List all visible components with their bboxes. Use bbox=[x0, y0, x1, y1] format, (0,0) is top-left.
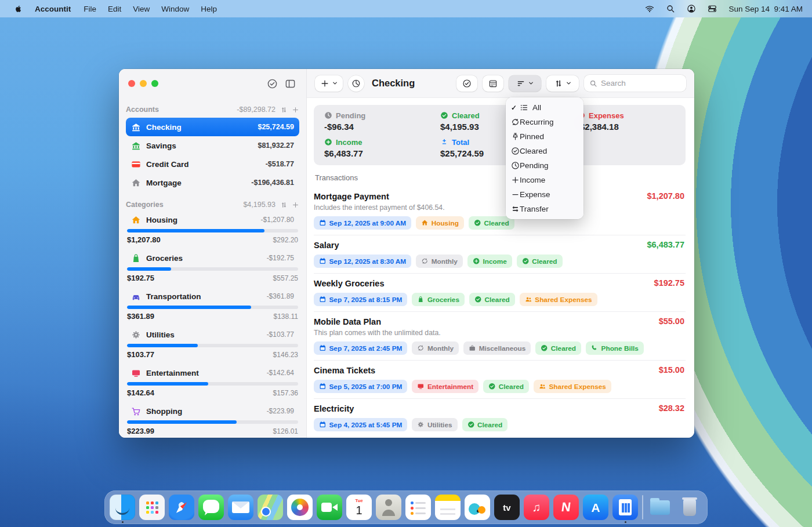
add-transaction-button[interactable] bbox=[315, 75, 343, 92]
tag-label: Shared Expenses bbox=[535, 296, 592, 304]
house-icon bbox=[131, 178, 141, 188]
check-circle-icon bbox=[522, 257, 530, 265]
transaction-row[interactable]: Mobile Data Plan This plan comes with th… bbox=[314, 311, 686, 360]
filter-menu-item[interactable]: Expense bbox=[506, 187, 583, 202]
transaction-tag: Sep 12, 2025 at 9:00 AM bbox=[314, 216, 411, 230]
accounts-list: Checking $25,724.59 Savings $81,932.27 C… bbox=[126, 118, 299, 192]
spotlight-search-icon[interactable] bbox=[662, 3, 679, 14]
account-row[interactable]: Mortgage -$196,436.81 bbox=[126, 173, 299, 192]
transaction-row[interactable]: Weekly Groceries $192.75 Sep 7, 2025 at … bbox=[314, 273, 686, 311]
dock-photos[interactable] bbox=[287, 495, 313, 520]
sort-accounts-icon[interactable] bbox=[280, 106, 288, 114]
dock-maps[interactable] bbox=[258, 495, 283, 520]
dock-contacts[interactable] bbox=[376, 495, 401, 520]
filter-menu-item[interactable]: Income bbox=[506, 173, 583, 187]
filter-menu-item[interactable]: ✓ All bbox=[506, 100, 583, 115]
close-button[interactable] bbox=[128, 80, 135, 87]
filter-menu-item[interactable]: Transfer bbox=[506, 202, 583, 216]
account-row[interactable]: Checking $25,724.59 bbox=[126, 118, 299, 136]
transaction-row[interactable]: Cinema Tickets $15.00 Sep 5, 2025 at 7:0… bbox=[314, 360, 686, 398]
minimize-button[interactable] bbox=[140, 80, 147, 87]
dock-finder[interactable] bbox=[110, 495, 135, 520]
tag-label: Monthly bbox=[432, 257, 458, 266]
filter-menu-item[interactable]: Recurring bbox=[506, 115, 583, 129]
category-row[interactable]: Entertainment -$142.64 $142.64 $157.36 bbox=[126, 364, 299, 402]
tag-label: Income bbox=[483, 257, 506, 266]
transaction-title: Electricity bbox=[314, 404, 686, 414]
tag-label: Cleared bbox=[551, 344, 576, 352]
filter-menu-item[interactable]: Pinned bbox=[506, 129, 583, 144]
running-indicator bbox=[122, 521, 124, 523]
menu-item[interactable]: Window bbox=[155, 3, 195, 15]
transaction-tag: Monthly bbox=[412, 341, 459, 355]
add-account-icon[interactable] bbox=[292, 106, 299, 114]
account-balance: $81,932.27 bbox=[258, 141, 294, 150]
dock-appstore[interactable]: A bbox=[583, 495, 608, 520]
control-center-icon[interactable] bbox=[704, 3, 720, 14]
sort-categories-icon[interactable] bbox=[280, 201, 288, 209]
account-row[interactable]: Savings $81,932.27 bbox=[126, 136, 299, 155]
account-row[interactable]: Credit Card -$518.77 bbox=[126, 155, 299, 173]
menu-item[interactable]: View bbox=[127, 3, 155, 15]
zoom-button[interactable] bbox=[151, 80, 158, 87]
menu-clock[interactable]: Sun Sep 14 9:41 AM bbox=[725, 5, 803, 13]
filter-icon bbox=[516, 79, 525, 88]
transaction-row[interactable]: Salary $6,483.77 Sep 12, 2025 at 8:30 AM bbox=[314, 235, 686, 273]
sidebar: Accounts -$89,298.72 Checking $25,724.59… bbox=[119, 98, 307, 438]
menu-item[interactable]: Help bbox=[195, 3, 223, 15]
filter-menu-item-label: Recurring bbox=[520, 118, 532, 126]
dock-music[interactable]: ♫ bbox=[524, 495, 549, 520]
menu-item[interactable]: Edit bbox=[102, 3, 127, 15]
account-name: Mortgage bbox=[146, 179, 182, 187]
dock-facetime[interactable] bbox=[317, 495, 342, 520]
dock-reminders[interactable] bbox=[405, 495, 431, 520]
history-button[interactable] bbox=[348, 75, 364, 92]
wifi-icon[interactable] bbox=[641, 3, 658, 14]
dock-launchpad[interactable] bbox=[139, 495, 165, 520]
dock-calendar[interactable]: Tue 1 bbox=[346, 495, 372, 520]
search-input[interactable] bbox=[601, 79, 681, 88]
add-category-icon[interactable] bbox=[292, 201, 299, 209]
transaction-amount: $15.00 bbox=[659, 365, 684, 375]
people-icon bbox=[539, 383, 546, 390]
category-row[interactable]: Transportation -$361.89 $361.89 $138.11 bbox=[126, 287, 299, 325]
tag-label: Sep 4, 2025 at 5:45 PM bbox=[329, 421, 403, 429]
transaction-tag: Cleared bbox=[517, 255, 563, 268]
dock-trash[interactable] bbox=[677, 495, 702, 520]
category-row[interactable]: Housing -$1,207.80 $1,207.80 $292.20 bbox=[126, 210, 299, 249]
dock-freeform[interactable] bbox=[465, 495, 490, 520]
category-row[interactable]: Groceries -$192.75 $192.75 $557.25 bbox=[126, 249, 299, 287]
summary-stat: Income $6,483.77 bbox=[324, 137, 440, 158]
filter-menu-item[interactable]: Cleared bbox=[506, 144, 583, 158]
category-progress-fill bbox=[127, 420, 237, 424]
transaction-title: Mortgage Payment bbox=[314, 191, 686, 202]
user-account-icon[interactable] bbox=[683, 3, 699, 14]
transaction-row[interactable]: Electricity $28.32 Sep 4, 2025 at 5:45 P… bbox=[314, 398, 686, 437]
search-field[interactable] bbox=[584, 75, 686, 92]
calendar-view-button[interactable] bbox=[483, 75, 503, 92]
menu-item[interactable]: File bbox=[78, 3, 102, 15]
menu-app-name[interactable]: Accountit bbox=[29, 3, 77, 15]
filter-menu-item[interactable]: Pending bbox=[506, 158, 583, 173]
dock-notes[interactable] bbox=[435, 495, 461, 520]
sidebar-toggle-icon[interactable] bbox=[284, 77, 297, 90]
select-mode-icon[interactable] bbox=[266, 77, 279, 90]
dock-accountit[interactable] bbox=[612, 495, 638, 520]
select-transactions-button[interactable] bbox=[456, 75, 477, 92]
cart-icon bbox=[131, 406, 141, 416]
dock-folder[interactable] bbox=[647, 495, 673, 520]
transaction-row[interactable]: Mortgage Payment Includes the interest p… bbox=[314, 187, 686, 235]
dock-messages[interactable] bbox=[198, 495, 224, 520]
dock-mail[interactable] bbox=[228, 495, 253, 520]
summary-stat: Expenses -$2,384.18 bbox=[577, 111, 675, 132]
sort-button[interactable] bbox=[546, 75, 579, 92]
dock-appletv[interactable]: tv bbox=[494, 495, 520, 520]
tag-label: Entertainment bbox=[427, 383, 473, 391]
category-spent: $103.77 bbox=[127, 350, 154, 359]
dock-safari[interactable] bbox=[169, 495, 194, 520]
category-row[interactable]: Shopping -$223.99 $223.99 $126.01 bbox=[126, 402, 299, 438]
dock-news[interactable]: N bbox=[553, 495, 579, 520]
category-row[interactable]: Utilities -$103.77 $103.77 $146.23 bbox=[126, 325, 299, 364]
apple-menu-icon[interactable] bbox=[9, 4, 28, 13]
filter-button[interactable] bbox=[509, 75, 541, 92]
